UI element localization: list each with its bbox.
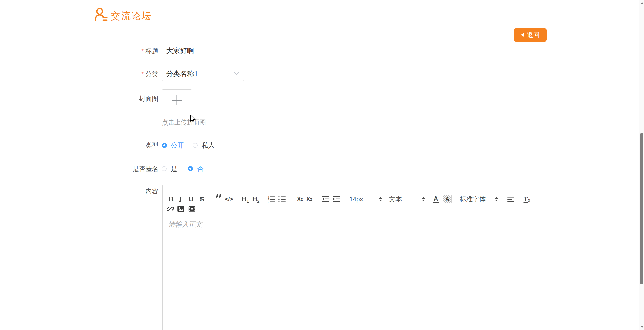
- anonymous-label: 是否匿名: [94, 165, 158, 172]
- type-label: 类型: [94, 142, 158, 149]
- superscript-button[interactable]: X2: [306, 196, 312, 203]
- anonymous-no-label[interactable]: 否: [197, 165, 204, 172]
- blockquote-button[interactable]: ”: [215, 195, 222, 203]
- scrollbar-up-arrow[interactable]: [640, 2, 644, 4]
- editor-content-area[interactable]: [163, 215, 546, 330]
- chevron-down-icon: [234, 72, 239, 75]
- strikethrough-button[interactable]: S: [200, 195, 204, 203]
- underline-button[interactable]: U: [189, 195, 194, 203]
- type-private-label[interactable]: 私人: [201, 142, 215, 149]
- cover-upload-hint: 点击上传封面图: [162, 118, 206, 127]
- forum-post-page: 交流论坛 返回 *标题 *分类 分类名称1 封面图 点击上传封面图 类型 公开 …: [0, 0, 644, 330]
- plus-icon: [171, 95, 182, 106]
- anonymous-no-radio[interactable]: [188, 166, 193, 171]
- content-label: 内容: [94, 188, 158, 195]
- editor-toolbar: B I U S ” </> H1 H2 1 2 3: [163, 191, 546, 215]
- cover-upload-button[interactable]: [162, 89, 192, 111]
- category-select[interactable]: 分类名称1: [162, 67, 244, 81]
- text-color-button[interactable]: A: [433, 196, 439, 203]
- category-select-value: 分类名称1: [166, 69, 198, 79]
- rich-text-editor: B I U S ” </> H1 H2 1 2 3: [162, 184, 546, 330]
- bullet-list-button[interactable]: [278, 195, 286, 203]
- link-button[interactable]: [167, 205, 174, 213]
- title-input[interactable]: [162, 44, 245, 58]
- divider: [94, 129, 546, 129]
- format-picker-value[interactable]: 文本: [389, 195, 402, 204]
- required-asterisk: *: [141, 47, 144, 55]
- cover-label: 封面图: [94, 95, 158, 102]
- svg-text:3: 3: [268, 201, 269, 203]
- divider: [94, 82, 546, 82]
- font-picker-value[interactable]: 标准字体: [460, 195, 486, 204]
- type-public-label[interactable]: 公开: [171, 142, 184, 149]
- video-button[interactable]: [188, 205, 196, 213]
- back-button-label: 返回: [527, 31, 540, 39]
- bold-button[interactable]: B: [169, 195, 174, 203]
- required-asterisk: *: [141, 70, 144, 78]
- background-color-button[interactable]: A: [443, 195, 452, 203]
- header-2-button[interactable]: H2: [252, 195, 260, 203]
- divider: [94, 176, 546, 176]
- code-block-button[interactable]: </>: [225, 196, 233, 203]
- type-public-radio[interactable]: [162, 143, 167, 148]
- category-label: *分类: [94, 71, 158, 78]
- title-label: *标题: [94, 48, 158, 55]
- divider: [94, 153, 546, 153]
- page-title: 交流论坛: [111, 10, 152, 22]
- outdent-button[interactable]: [321, 195, 330, 203]
- ordered-list-button[interactable]: 1 2 3: [268, 195, 275, 203]
- format-picker-arrows-icon[interactable]: [422, 197, 425, 201]
- subscript-button[interactable]: X2: [297, 196, 303, 203]
- scrollbar-thumb[interactable]: [640, 133, 643, 284]
- back-arrow-icon: [521, 33, 524, 37]
- indent-button[interactable]: [333, 195, 341, 203]
- type-private-radio[interactable]: [193, 143, 198, 148]
- anonymous-yes-label[interactable]: 是: [171, 165, 177, 172]
- back-button[interactable]: 返回: [514, 28, 547, 42]
- clear-format-button[interactable]: Tx: [524, 196, 530, 203]
- divider: [94, 59, 546, 59]
- italic-button[interactable]: I: [179, 195, 182, 203]
- mouse-cursor: [190, 115, 197, 123]
- align-picker[interactable]: [507, 195, 515, 203]
- header-1-button[interactable]: H1: [242, 195, 249, 203]
- size-picker-arrows-icon[interactable]: [379, 197, 382, 201]
- forum-user-logo-icon: [94, 8, 108, 22]
- scrollbar-down-arrow[interactable]: [640, 326, 644, 328]
- image-button[interactable]: [177, 205, 185, 213]
- size-picker-value[interactable]: 14px: [349, 196, 363, 203]
- anonymous-yes-radio[interactable]: [162, 166, 167, 171]
- font-picker-arrows-icon[interactable]: [495, 197, 498, 201]
